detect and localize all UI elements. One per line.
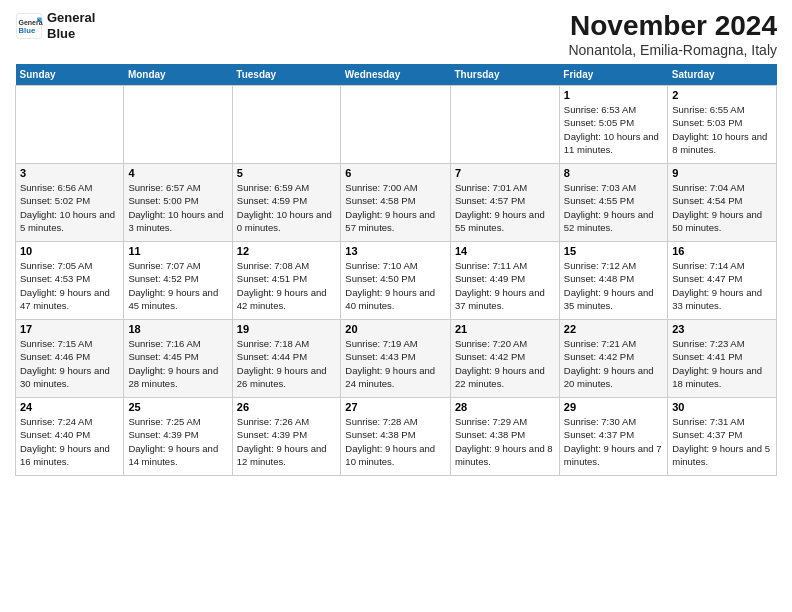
day-info: Sunrise: 7:01 AMSunset: 4:57 PMDaylight:…: [455, 181, 555, 234]
weekday-header: Thursday: [450, 64, 559, 86]
day-info: Sunrise: 7:23 AMSunset: 4:41 PMDaylight:…: [672, 337, 772, 390]
day-number: 6: [345, 167, 446, 179]
calendar-day-cell: 13Sunrise: 7:10 AMSunset: 4:50 PMDayligh…: [341, 242, 451, 320]
day-info: Sunrise: 6:56 AMSunset: 5:02 PMDaylight:…: [20, 181, 119, 234]
day-number: 11: [128, 245, 227, 257]
calendar-day-cell: [124, 86, 232, 164]
calendar-day-cell: 25Sunrise: 7:25 AMSunset: 4:39 PMDayligh…: [124, 398, 232, 476]
calendar-day-cell: 1Sunrise: 6:53 AMSunset: 5:05 PMDaylight…: [559, 86, 667, 164]
calendar-week-row: 24Sunrise: 7:24 AMSunset: 4:40 PMDayligh…: [16, 398, 777, 476]
weekday-header: Friday: [559, 64, 667, 86]
day-number: 29: [564, 401, 663, 413]
logo: General Blue General Blue: [15, 10, 95, 41]
calendar-day-cell: 15Sunrise: 7:12 AMSunset: 4:48 PMDayligh…: [559, 242, 667, 320]
day-number: 28: [455, 401, 555, 413]
day-number: 18: [128, 323, 227, 335]
day-number: 1: [564, 89, 663, 101]
day-info: Sunrise: 7:14 AMSunset: 4:47 PMDaylight:…: [672, 259, 772, 312]
day-number: 13: [345, 245, 446, 257]
day-number: 4: [128, 167, 227, 179]
calendar-week-row: 17Sunrise: 7:15 AMSunset: 4:46 PMDayligh…: [16, 320, 777, 398]
day-info: Sunrise: 7:11 AMSunset: 4:49 PMDaylight:…: [455, 259, 555, 312]
calendar-week-row: 3Sunrise: 6:56 AMSunset: 5:02 PMDaylight…: [16, 164, 777, 242]
weekday-header: Saturday: [668, 64, 777, 86]
day-number: 20: [345, 323, 446, 335]
calendar-day-cell: 21Sunrise: 7:20 AMSunset: 4:42 PMDayligh…: [450, 320, 559, 398]
title-area: November 2024 Nonantola, Emilia-Romagna,…: [568, 10, 777, 58]
day-info: Sunrise: 7:30 AMSunset: 4:37 PMDaylight:…: [564, 415, 663, 468]
day-info: Sunrise: 7:26 AMSunset: 4:39 PMDaylight:…: [237, 415, 337, 468]
day-info: Sunrise: 6:59 AMSunset: 4:59 PMDaylight:…: [237, 181, 337, 234]
calendar-day-cell: 12Sunrise: 7:08 AMSunset: 4:51 PMDayligh…: [232, 242, 341, 320]
calendar-day-cell: 11Sunrise: 7:07 AMSunset: 4:52 PMDayligh…: [124, 242, 232, 320]
day-number: 22: [564, 323, 663, 335]
weekday-header: Sunday: [16, 64, 124, 86]
calendar-day-cell: 26Sunrise: 7:26 AMSunset: 4:39 PMDayligh…: [232, 398, 341, 476]
main-title: November 2024: [568, 10, 777, 42]
calendar-day-cell: 18Sunrise: 7:16 AMSunset: 4:45 PMDayligh…: [124, 320, 232, 398]
day-number: 10: [20, 245, 119, 257]
calendar-day-cell: 7Sunrise: 7:01 AMSunset: 4:57 PMDaylight…: [450, 164, 559, 242]
day-number: 25: [128, 401, 227, 413]
calendar-day-cell: 27Sunrise: 7:28 AMSunset: 4:38 PMDayligh…: [341, 398, 451, 476]
calendar-day-cell: 4Sunrise: 6:57 AMSunset: 5:00 PMDaylight…: [124, 164, 232, 242]
calendar-day-cell: [232, 86, 341, 164]
day-number: 7: [455, 167, 555, 179]
logo-icon: General Blue: [15, 12, 43, 40]
day-info: Sunrise: 6:57 AMSunset: 5:00 PMDaylight:…: [128, 181, 227, 234]
logo-text-general: General: [47, 10, 95, 26]
day-info: Sunrise: 7:07 AMSunset: 4:52 PMDaylight:…: [128, 259, 227, 312]
calendar-day-cell: 10Sunrise: 7:05 AMSunset: 4:53 PMDayligh…: [16, 242, 124, 320]
day-number: 27: [345, 401, 446, 413]
day-info: Sunrise: 7:04 AMSunset: 4:54 PMDaylight:…: [672, 181, 772, 234]
calendar-week-row: 10Sunrise: 7:05 AMSunset: 4:53 PMDayligh…: [16, 242, 777, 320]
weekday-header: Wednesday: [341, 64, 451, 86]
calendar-week-row: 1Sunrise: 6:53 AMSunset: 5:05 PMDaylight…: [16, 86, 777, 164]
day-info: Sunrise: 7:16 AMSunset: 4:45 PMDaylight:…: [128, 337, 227, 390]
day-number: 5: [237, 167, 337, 179]
day-number: 14: [455, 245, 555, 257]
day-info: Sunrise: 7:03 AMSunset: 4:55 PMDaylight:…: [564, 181, 663, 234]
header-row: SundayMondayTuesdayWednesdayThursdayFrid…: [16, 64, 777, 86]
calendar-day-cell: 16Sunrise: 7:14 AMSunset: 4:47 PMDayligh…: [668, 242, 777, 320]
day-info: Sunrise: 7:10 AMSunset: 4:50 PMDaylight:…: [345, 259, 446, 312]
calendar-day-cell: [450, 86, 559, 164]
header: General Blue General Blue November 2024 …: [15, 10, 777, 58]
day-number: 30: [672, 401, 772, 413]
calendar-day-cell: 19Sunrise: 7:18 AMSunset: 4:44 PMDayligh…: [232, 320, 341, 398]
calendar-day-cell: 28Sunrise: 7:29 AMSunset: 4:38 PMDayligh…: [450, 398, 559, 476]
calendar-day-cell: 2Sunrise: 6:55 AMSunset: 5:03 PMDaylight…: [668, 86, 777, 164]
calendar-day-cell: 8Sunrise: 7:03 AMSunset: 4:55 PMDaylight…: [559, 164, 667, 242]
day-number: 26: [237, 401, 337, 413]
calendar-day-cell: 3Sunrise: 6:56 AMSunset: 5:02 PMDaylight…: [16, 164, 124, 242]
day-info: Sunrise: 7:20 AMSunset: 4:42 PMDaylight:…: [455, 337, 555, 390]
day-info: Sunrise: 7:19 AMSunset: 4:43 PMDaylight:…: [345, 337, 446, 390]
day-info: Sunrise: 6:53 AMSunset: 5:05 PMDaylight:…: [564, 103, 663, 156]
calendar-day-cell: 29Sunrise: 7:30 AMSunset: 4:37 PMDayligh…: [559, 398, 667, 476]
day-info: Sunrise: 7:25 AMSunset: 4:39 PMDaylight:…: [128, 415, 227, 468]
day-number: 19: [237, 323, 337, 335]
day-info: Sunrise: 7:18 AMSunset: 4:44 PMDaylight:…: [237, 337, 337, 390]
calendar-table: SundayMondayTuesdayWednesdayThursdayFrid…: [15, 64, 777, 476]
calendar-day-cell: 14Sunrise: 7:11 AMSunset: 4:49 PMDayligh…: [450, 242, 559, 320]
day-number: 23: [672, 323, 772, 335]
page: General Blue General Blue November 2024 …: [0, 0, 792, 612]
day-info: Sunrise: 7:08 AMSunset: 4:51 PMDaylight:…: [237, 259, 337, 312]
day-info: Sunrise: 7:15 AMSunset: 4:46 PMDaylight:…: [20, 337, 119, 390]
calendar-day-cell: 20Sunrise: 7:19 AMSunset: 4:43 PMDayligh…: [341, 320, 451, 398]
day-number: 21: [455, 323, 555, 335]
day-info: Sunrise: 7:29 AMSunset: 4:38 PMDaylight:…: [455, 415, 555, 468]
calendar-day-cell: 17Sunrise: 7:15 AMSunset: 4:46 PMDayligh…: [16, 320, 124, 398]
logo-text-blue: Blue: [47, 26, 95, 42]
day-number: 16: [672, 245, 772, 257]
day-info: Sunrise: 6:55 AMSunset: 5:03 PMDaylight:…: [672, 103, 772, 156]
day-info: Sunrise: 7:00 AMSunset: 4:58 PMDaylight:…: [345, 181, 446, 234]
weekday-header: Monday: [124, 64, 232, 86]
day-number: 17: [20, 323, 119, 335]
day-number: 12: [237, 245, 337, 257]
day-number: 24: [20, 401, 119, 413]
calendar-day-cell: [16, 86, 124, 164]
day-info: Sunrise: 7:12 AMSunset: 4:48 PMDaylight:…: [564, 259, 663, 312]
day-info: Sunrise: 7:05 AMSunset: 4:53 PMDaylight:…: [20, 259, 119, 312]
calendar-day-cell: 30Sunrise: 7:31 AMSunset: 4:37 PMDayligh…: [668, 398, 777, 476]
